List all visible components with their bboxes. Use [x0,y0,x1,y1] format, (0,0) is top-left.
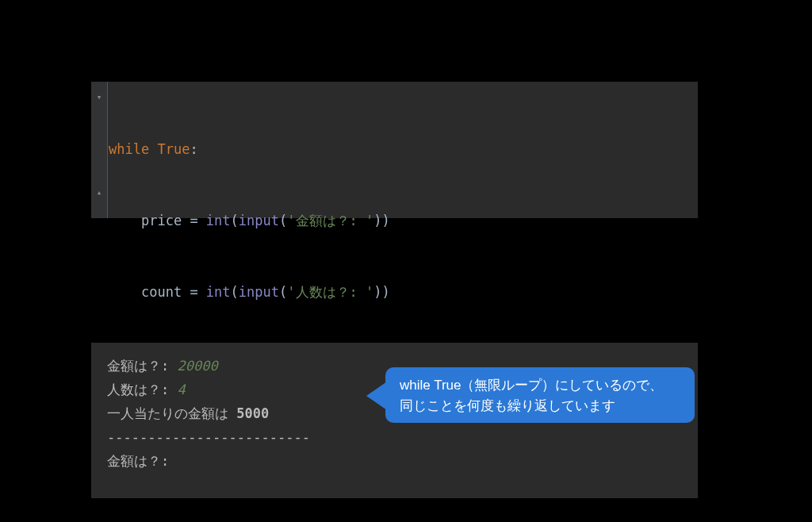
result-value: 5000 [236,405,269,421]
prompt-count: 人数は？: [107,382,177,397]
callout-text-line-1: while True（無限ループ）にしているので、 [400,375,680,396]
prompt-price: 金額は？: [107,358,177,374]
fn-int: int [206,284,231,300]
input-price: 20000 [177,358,217,374]
callout-arrow-icon [366,382,387,410]
annotation-callout: while True（無限ループ）にしているので、 同じことを何度も繰り返してい… [385,367,695,423]
callout-text-line-2: 同じことを何度も繰り返しています [400,396,680,416]
output-line-5: 金額は？: [107,449,682,473]
editor-gutter: ▾ ▴ [91,82,108,218]
code-line-3[interactable]: count = int(input('人数は？: ')) [109,280,698,304]
code-editor-panel: ▾ ▴ while True: price = int(input('金額は？:… [91,82,698,218]
result-label: 一人当たりの金額は [107,405,236,421]
divider-line: ------------------------- [107,429,310,445]
fn-input: input [239,284,279,300]
input-count: 4 [177,382,185,397]
fold-start-icon[interactable]: ▾ [94,93,104,102]
var-price: price [141,213,182,228]
fn-input: input [239,213,279,228]
code-line-1[interactable]: while True: [109,137,698,161]
fn-int: int [206,213,231,228]
kw-while: while [109,141,149,157]
kw-true: True [157,141,190,157]
str-count-prompt: '人数は？: ' [287,284,373,300]
var-count: count [141,284,182,300]
code-line-2[interactable]: price = int(input('金額は？: ')) [109,209,698,232]
fold-end-icon[interactable]: ▴ [94,188,104,198]
str-price-prompt: '金額は？: ' [287,213,373,228]
prompt-price-2: 金額は？: [107,453,169,469]
output-line-4: ------------------------- [107,425,682,449]
colon: : [190,141,197,157]
